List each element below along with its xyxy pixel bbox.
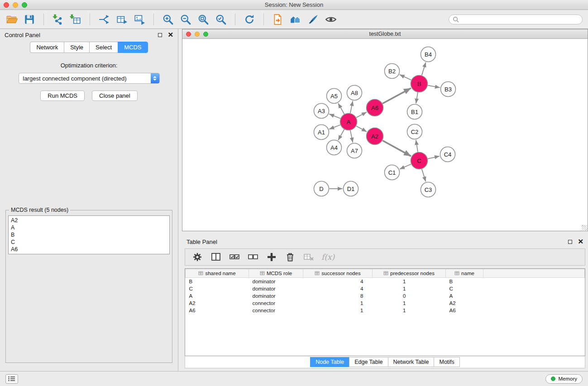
- memory-button[interactable]: Memory: [545, 374, 583, 384]
- mcds-result-item[interactable]: C: [11, 238, 167, 246]
- edge-A-A2[interactable]: [356, 126, 367, 132]
- edge-A-A3[interactable]: [329, 114, 340, 119]
- node-A8[interactable]: A8: [347, 86, 362, 100]
- table-row[interactable]: Cdominator41C: [186, 285, 585, 292]
- new-table-icon[interactable]: [115, 13, 128, 26]
- node-D[interactable]: D: [314, 181, 329, 196]
- edge-C-C4[interactable]: [428, 156, 440, 159]
- node-B[interactable]: B: [411, 76, 428, 92]
- node-C4[interactable]: C4: [440, 147, 455, 162]
- tab-select[interactable]: Select: [89, 42, 118, 53]
- edge-A-A1[interactable]: [329, 125, 340, 129]
- tab-motifs[interactable]: Motifs: [434, 357, 459, 367]
- select-all-icon[interactable]: [229, 251, 240, 263]
- mcds-result-list[interactable]: A2ABCA6: [8, 215, 170, 254]
- edge-A-A6[interactable]: [356, 112, 367, 118]
- delete-table-icon[interactable]: [303, 251, 315, 263]
- edge-A-A7[interactable]: [350, 130, 353, 143]
- import-network-icon[interactable]: [52, 13, 64, 26]
- zoom-selected-icon[interactable]: [215, 13, 227, 26]
- mcds-result-item[interactable]: A6: [11, 246, 167, 253]
- zoom-out-icon[interactable]: [179, 13, 192, 26]
- edge-A-A8[interactable]: [350, 101, 353, 113]
- open-file-icon[interactable]: [5, 13, 18, 26]
- open-session-icon[interactable]: [272, 13, 284, 26]
- resize-grip[interactable]: [582, 225, 587, 230]
- apply-style-icon[interactable]: [307, 13, 320, 26]
- column-header-shared-name[interactable]: shared name: [186, 269, 249, 278]
- close-window-button[interactable]: [4, 2, 9, 8]
- node-A5[interactable]: A5: [327, 89, 342, 104]
- save-session-icon[interactable]: [23, 13, 36, 26]
- tab-network-table[interactable]: Network Table: [388, 357, 434, 367]
- tab-mcds[interactable]: MCDS: [118, 42, 148, 53]
- zoom-window-button[interactable]: [22, 2, 27, 8]
- close-table-panel-icon[interactable]: ✕: [578, 239, 583, 244]
- node-A7[interactable]: A7: [347, 143, 362, 158]
- node-A1[interactable]: A1: [314, 125, 329, 140]
- edge-B-B3[interactable]: [428, 86, 440, 88]
- float-table-panel-icon[interactable]: [568, 240, 572, 244]
- edge-A2-C[interactable]: [382, 140, 411, 156]
- close-panel-button[interactable]: Close panel: [92, 91, 138, 101]
- edge-B-B2[interactable]: [400, 75, 411, 80]
- table-row[interactable]: Adominator80A: [186, 292, 585, 300]
- float-panel-icon[interactable]: [158, 33, 162, 37]
- new-network-icon[interactable]: [98, 13, 110, 26]
- node-A4[interactable]: A4: [327, 140, 342, 155]
- export-image-icon[interactable]: [133, 13, 146, 26]
- node-A3[interactable]: A3: [314, 104, 329, 119]
- function-builder-icon[interactable]: f(x): [321, 253, 335, 262]
- mcds-result-item[interactable]: A: [11, 224, 167, 231]
- node-B3[interactable]: B3: [441, 82, 456, 97]
- column-header-successor-nodes[interactable]: successor nodes: [303, 269, 373, 278]
- show-graphics-icon[interactable]: [325, 13, 337, 26]
- search-input[interactable]: [461, 16, 578, 23]
- minimize-window-button[interactable]: [13, 2, 18, 8]
- edge-A-A4[interactable]: [338, 129, 344, 140]
- node-D1[interactable]: D1: [344, 181, 359, 196]
- tab-style[interactable]: Style: [64, 42, 89, 53]
- edge-C-C1[interactable]: [400, 164, 411, 169]
- close-network-window-button[interactable]: [186, 32, 191, 37]
- node-B2[interactable]: B2: [385, 64, 400, 79]
- deselect-all-icon[interactable]: [247, 251, 259, 263]
- node-A[interactable]: A: [340, 114, 357, 130]
- task-history-button[interactable]: [5, 374, 18, 384]
- refresh-icon[interactable]: [243, 13, 256, 26]
- node-A2[interactable]: A2: [367, 128, 383, 145]
- node-C3[interactable]: C3: [421, 182, 436, 197]
- close-panel-icon[interactable]: ✕: [167, 33, 173, 37]
- edge-A-A5[interactable]: [338, 103, 344, 114]
- minimize-network-window-button[interactable]: [195, 32, 200, 37]
- delete-row-icon[interactable]: [284, 251, 296, 263]
- node-C[interactable]: C: [411, 152, 428, 169]
- network-canvas[interactable]: B4B2BB3A5A8A6A3B1AC2A1A2A4A7C4CC1C3DD1: [182, 39, 588, 231]
- tab-node-table[interactable]: Node Table: [310, 357, 349, 367]
- edge-C-C3[interactable]: [422, 169, 426, 182]
- zoom-network-window-button[interactable]: [203, 32, 208, 37]
- node-C2[interactable]: C2: [407, 124, 422, 139]
- tab-network[interactable]: Network: [30, 42, 64, 53]
- search-box[interactable]: [449, 14, 583, 24]
- table-row[interactable]: A6connector11A6: [186, 307, 585, 314]
- column-header-mcds-role[interactable]: MCDS role: [249, 269, 303, 278]
- mcds-result-item[interactable]: A2: [11, 217, 167, 224]
- node-B4[interactable]: B4: [421, 47, 436, 62]
- edge-B-B4[interactable]: [422, 62, 426, 76]
- node-C1[interactable]: C1: [385, 165, 400, 180]
- table-row[interactable]: Bdominator41B: [186, 278, 585, 285]
- node-B1[interactable]: B1: [407, 105, 422, 119]
- run-mcds-button[interactable]: Run MCDS: [40, 91, 85, 101]
- zoom-in-icon[interactable]: [162, 13, 174, 26]
- columns-icon[interactable]: [210, 251, 222, 263]
- column-header-name[interactable]: name: [446, 269, 483, 278]
- import-table-icon[interactable]: [69, 13, 82, 26]
- zoom-fit-icon[interactable]: [197, 13, 210, 26]
- edge-B-B1[interactable]: [416, 92, 418, 103]
- add-row-icon[interactable]: [266, 251, 277, 263]
- table-row[interactable]: A2connector11A2: [186, 300, 585, 307]
- mcds-result-item[interactable]: B: [11, 231, 167, 238]
- tab-edge-table[interactable]: Edge Table: [349, 357, 387, 367]
- edge-C-C2[interactable]: [416, 140, 418, 152]
